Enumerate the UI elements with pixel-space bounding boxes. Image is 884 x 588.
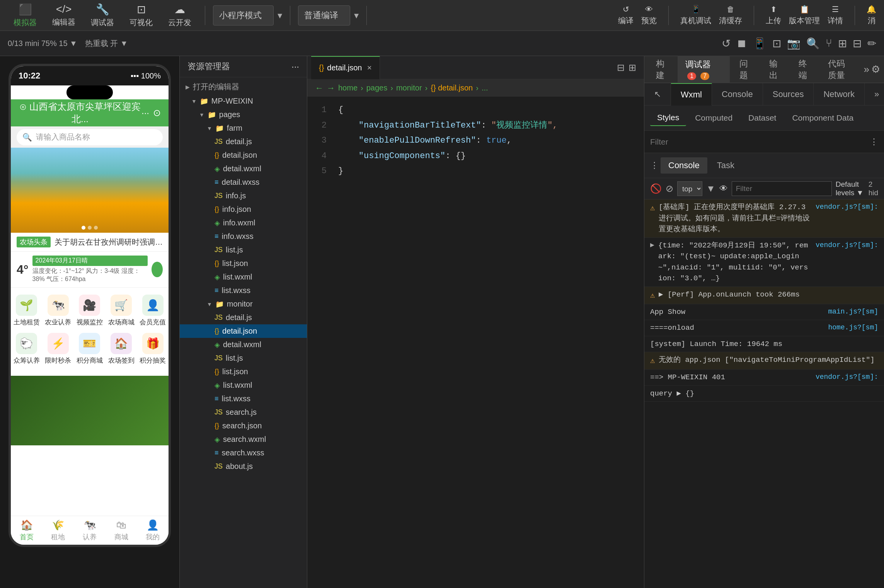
menu-land-rent[interactable]: 🌱 土地租赁 [11, 291, 43, 330]
farm-folder[interactable]: ▼ 📁 farm [180, 121, 307, 135]
monitor-search-json[interactable]: {} search.json [180, 419, 307, 433]
console-link-8[interactable]: vendor.js?[sm]: [816, 372, 878, 382]
default-levels-selector[interactable]: Default levels ▼ [836, 180, 865, 197]
nav-back-icon[interactable]: ← [315, 83, 324, 93]
farm-detail-json[interactable]: {} detail.json [180, 148, 307, 162]
dots-icon[interactable]: ··· [141, 107, 149, 118]
pen-icon[interactable]: ✏ [867, 37, 876, 50]
tab-styles[interactable]: Styles [650, 110, 686, 126]
preview-btn[interactable]: 👁 预览 [641, 5, 657, 26]
tab-issues[interactable]: 问题 [732, 55, 759, 84]
farm-list-wxss[interactable]: ≡ list.wxss [180, 284, 307, 297]
tab-component-data[interactable]: Component Data [785, 110, 860, 126]
tab-network[interactable]: Network [814, 83, 865, 106]
console-filter-input[interactable] [732, 181, 832, 196]
settings-icon[interactable]: ⚙ [871, 63, 880, 75]
monitor-list-js[interactable]: JS list.js [180, 351, 307, 365]
menu-member-recharge[interactable]: 👤 会员充值 [137, 291, 169, 330]
monitor-detail-wxml[interactable]: ◈ detail.wxml [180, 338, 307, 351]
menu-flash-sale[interactable]: ⚡ 限时秒杀 [43, 330, 74, 368]
sub-tab-task[interactable]: Task [709, 157, 742, 174]
split-icon[interactable]: ⊞ [629, 62, 636, 73]
eye-icon[interactable]: 👁 [719, 184, 728, 194]
phone-tab-shop[interactable]: 🛍 商城 [106, 519, 137, 542]
tab-terminal[interactable]: 终端 [791, 55, 818, 84]
tab-more[interactable]: » [865, 83, 884, 106]
menu-farm-shop[interactable]: 🛒 农场商城 [106, 291, 137, 330]
hot-reload-btn[interactable]: 热重载 开 ▼ [85, 38, 128, 49]
tablet-icon[interactable]: ⊡ [772, 37, 781, 50]
sub-tab-console[interactable]: Console [661, 157, 707, 174]
farm-detail-js[interactable]: JS detail.js [180, 135, 307, 148]
nav-forward-icon[interactable]: → [327, 83, 335, 93]
compile-select[interactable]: 普通编译 [298, 5, 350, 26]
console-ban-icon[interactable]: ⊘ [666, 183, 673, 194]
monitor-list-json[interactable]: {} list.json [180, 365, 307, 378]
stop-icon[interactable]: ⏹ [736, 37, 747, 50]
farm-detail-wxss[interactable]: ≡ detail.wxss [180, 176, 307, 189]
farm-info-wxss[interactable]: ≡ info.wxss [180, 230, 307, 243]
search-icon[interactable]: 🔍 [806, 37, 820, 50]
tab-code-quality[interactable]: 代码质量 [820, 55, 860, 84]
tab-computed[interactable]: Computed [688, 110, 739, 126]
location-icon[interactable]: ⊙ [153, 107, 161, 118]
tab-output[interactable]: 输出 [761, 55, 789, 84]
menu-crowdfund[interactable]: 🐑 众筹认养 [11, 330, 43, 368]
monitor-list-wxss[interactable]: ≡ list.wxss [180, 392, 307, 406]
responsive-icon[interactable]: ⊟ [853, 37, 862, 50]
monitor-detail-json[interactable]: {} detail.json [180, 324, 307, 338]
visual-btn[interactable]: ⊡ 可视化 [124, 1, 158, 30]
farm-info-wxml[interactable]: ◈ info.wxml [180, 216, 307, 230]
cloud-btn[interactable]: ☁ 云开发 [162, 1, 197, 30]
monitor-about-js[interactable]: JS about.js [180, 460, 307, 473]
debugger-btn[interactable]: 🔧 调试器 [85, 1, 120, 30]
more-icon[interactable]: ··· [291, 61, 299, 72]
farm-detail-wxml[interactable]: ◈ detail.wxml [180, 162, 307, 176]
pages-folder[interactable]: ▼ 📁 pages [180, 108, 307, 121]
farm-info-js[interactable]: JS info.js [180, 189, 307, 203]
filter-input[interactable] [650, 137, 866, 147]
menu-points-shop[interactable]: 🎫 积分商城 [74, 330, 106, 368]
farm-list-wxml[interactable]: ◈ list.wxml [180, 270, 307, 284]
console-link-5[interactable]: home.js?[sm] [828, 322, 878, 333]
top-selector[interactable]: top [677, 181, 702, 196]
compile-btn[interactable]: ↺ 编译 [618, 5, 634, 26]
tab-console[interactable]: Console [712, 83, 763, 106]
phone-tab-land[interactable]: 🌾 租地 [43, 519, 74, 542]
console-link-4[interactable]: main.js?[sm] [828, 307, 878, 317]
monitor-search-wxss[interactable]: ≡ search.wxss [180, 446, 307, 460]
expand-arrow-1[interactable]: ▶ [650, 240, 654, 251]
farm-list-json[interactable]: {} list.json [180, 257, 307, 270]
phone-tab-adopt[interactable]: 🐄 认养 [74, 519, 106, 542]
phone-search-box[interactable]: 🔍 请输入商品名称 [17, 129, 163, 145]
menu-video-monitor[interactable]: 🎥 视频监控 [74, 291, 106, 330]
phone-tab-home[interactable]: 🏠 首页 [11, 519, 43, 542]
console-link-2[interactable]: vendor.js?[sm]: [816, 240, 878, 251]
clear-cache-btn[interactable]: 🗑 清缓存 [719, 5, 742, 26]
expand-panel-icon[interactable]: ⊟ [617, 62, 625, 73]
simulator-btn[interactable]: ⬛ 模拟器 [8, 1, 43, 30]
inspect-icon-btn[interactable]: ↖ [644, 83, 671, 106]
detail-btn[interactable]: ☰ 详情 [828, 5, 843, 26]
messages-btn[interactable]: 🔔 消 [867, 5, 876, 26]
menu-farm-adopt[interactable]: 🐄 农业认养 [43, 291, 74, 330]
console-prohibit-icon[interactable]: 🚫 [650, 183, 662, 194]
refresh-icon[interactable]: ↺ [722, 37, 731, 50]
more-tabs-icon[interactable]: » [864, 63, 869, 75]
code-tab-detail-json[interactable]: {} detail.json ✕ [311, 56, 380, 79]
branch-icon[interactable]: ⑂ [826, 37, 832, 49]
farm-list-js[interactable]: JS list.js [180, 243, 307, 257]
tab-dataset[interactable]: Dataset [741, 110, 783, 126]
tab-debugger[interactable]: 调试器 1 7 [678, 56, 730, 84]
mp-weixin-folder[interactable]: ▼ 📁 MP-WEIXIN [180, 94, 307, 108]
editor-btn[interactable]: </> 编辑器 [46, 1, 81, 29]
phone-icon[interactable]: 📱 [753, 37, 766, 50]
open-editors-section[interactable]: ▶ 打开的编辑器 [180, 79, 307, 94]
monitor-folder[interactable]: ▼ 📁 monitor [180, 297, 307, 311]
real-debug-btn[interactable]: 📱 真机调试 [680, 5, 711, 26]
phone-tab-mine[interactable]: 👤 我的 [137, 519, 169, 542]
mode-select[interactable]: 小程序模式 [213, 5, 274, 26]
tab-sources[interactable]: Sources [763, 83, 814, 106]
screenshot-icon[interactable]: 📷 [787, 37, 801, 50]
monitor-detail-js[interactable]: JS detail.js [180, 311, 307, 324]
